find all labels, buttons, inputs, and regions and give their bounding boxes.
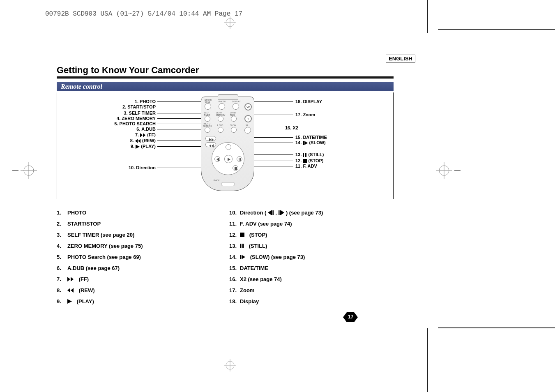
remote-dpad-right-still: [237, 156, 242, 162]
list-item: 4.ZERO MEMORY (see page 75): [57, 243, 221, 249]
svg-marker-37: [71, 288, 74, 293]
stop-icon: [240, 233, 244, 237]
svg-rect-42: [279, 210, 280, 215]
svg-rect-19: [303, 141, 304, 145]
callout-1-photo: 1. PHOTO: [82, 99, 156, 104]
slowfwd-icon: [240, 255, 245, 259]
svg-marker-44: [281, 210, 284, 215]
callout-16-x2: 16. X2: [285, 125, 298, 130]
remote-dpad-stop: [233, 165, 238, 171]
svg-marker-24: [209, 138, 211, 141]
callout-17-zoom: 17. Zoom: [295, 112, 315, 117]
callout-14-slow: 14. (SLOW): [295, 140, 326, 145]
remote-label: A.DUB: [217, 124, 223, 127]
remote-x2-button: [244, 127, 251, 134]
svg-marker-14: [140, 133, 143, 137]
list-item: 9. (PLAY): [57, 298, 221, 304]
remote-dpad-left: [214, 156, 220, 162]
remote-rew-button: [205, 142, 216, 147]
remote-self-timer-button: [205, 116, 210, 122]
remote-display-button: [233, 103, 239, 110]
callout-line: [157, 107, 205, 107]
svg-marker-18: [136, 145, 140, 149]
pause-icon: [240, 244, 244, 248]
svg-rect-41: [273, 210, 274, 215]
remote-label: PHOTO: [219, 100, 226, 103]
registration-mark-right: [436, 162, 461, 179]
svg-rect-33: [219, 158, 219, 161]
remote-label: F.ADV: [214, 179, 219, 182]
callout-8-rew: 8. (REW): [82, 138, 156, 143]
pause-icon: [303, 153, 307, 157]
callout-line: [252, 128, 283, 128]
svg-marker-25: [212, 138, 214, 141]
svg-rect-43: [280, 210, 281, 215]
remote-top: [218, 95, 238, 99]
remote-dpad: [212, 142, 244, 175]
svg-marker-20: [304, 141, 308, 145]
svg-rect-23: [303, 159, 307, 163]
svg-rect-47: [242, 244, 244, 248]
svg-marker-36: [67, 288, 70, 293]
callout-5-photo-search: 5. PHOTO SEARCH: [82, 121, 156, 126]
remote-zoom-t-button: T: [244, 115, 252, 122]
list-item: 15.DATE/TIME: [229, 265, 394, 271]
svg-rect-46: [240, 244, 242, 248]
feature-list-left: 1.PHOTO 2.START/STOP 3.SELF TIMER (see p…: [57, 210, 221, 309]
list-item: 7. (FF): [57, 276, 221, 282]
crop-mark: [427, 328, 428, 392]
play-icon: [136, 145, 140, 149]
callout-4-zero-memory: 4. ZERO MEMORY: [82, 116, 156, 121]
svg-marker-16: [135, 139, 138, 143]
remote-diagram: 1. PHOTO 2. START/STOP 3. SELF TIMER 4. …: [57, 92, 394, 199]
ff-icon: [67, 277, 74, 281]
remote-play-button: [224, 155, 233, 163]
svg-marker-28: [228, 158, 230, 161]
svg-marker-34: [67, 277, 70, 281]
slowfwd-icon: [303, 141, 308, 145]
list-item: 14. (SLOW) (see page 73): [229, 254, 394, 260]
remote-adub-button: [218, 127, 223, 133]
list-item: 12. (STOP): [229, 232, 394, 238]
svg-marker-38: [67, 299, 72, 304]
svg-marker-27: [212, 144, 214, 148]
callout-13-still: 13. (STILL): [295, 152, 324, 157]
stepfwd-icon: [279, 210, 284, 215]
remote-slow-button: [231, 127, 237, 133]
remote-zoom-w-button: W: [244, 103, 252, 111]
callout-line: [157, 124, 205, 124]
list-item: 3.SELF TIMER (see page 20): [57, 232, 221, 238]
crop-mark: [427, 0, 428, 33]
crop-mark: [438, 327, 555, 328]
svg-rect-22: [305, 153, 306, 157]
remote-label: X2: [246, 124, 248, 127]
callout-line: [252, 115, 293, 115]
callout-3-self-timer: 3. SELF TIMER: [82, 111, 156, 115]
callout-2-start-stop: 2. START/STOP: [82, 104, 156, 109]
feature-list-right: 10. Direction ( , ) (see page 73) 11. F.…: [229, 210, 394, 309]
svg-marker-49: [242, 255, 245, 259]
divider: [57, 78, 394, 79]
callout-18-display: 18. DISPLAY: [295, 99, 322, 104]
registration-mark-left: [12, 162, 37, 179]
callout-10-direction: 10. Direction: [82, 165, 156, 170]
svg-marker-35: [71, 277, 74, 281]
svg-rect-40: [271, 210, 272, 215]
subsection-title: Remote control: [57, 82, 394, 91]
svg-rect-31: [235, 167, 237, 170]
svg-marker-26: [209, 144, 211, 148]
svg-marker-32: [216, 158, 219, 161]
callout-15-date-time: 15. DATE/TIME: [295, 135, 327, 140]
rew-icon: [135, 139, 141, 143]
svg-rect-21: [303, 153, 304, 157]
crop-mark: [438, 29, 555, 30]
svg-marker-17: [138, 139, 140, 143]
remote-start-stop-button: [205, 103, 211, 110]
svg-rect-48: [240, 255, 241, 259]
play-icon: [67, 299, 72, 304]
callout-6-adub: 6. A.DUB: [82, 127, 156, 131]
svg-marker-15: [143, 133, 145, 137]
stepback-icon: [268, 210, 274, 215]
remote-dpad-up: [226, 144, 231, 150]
language-label: ENGLISH: [386, 55, 415, 62]
